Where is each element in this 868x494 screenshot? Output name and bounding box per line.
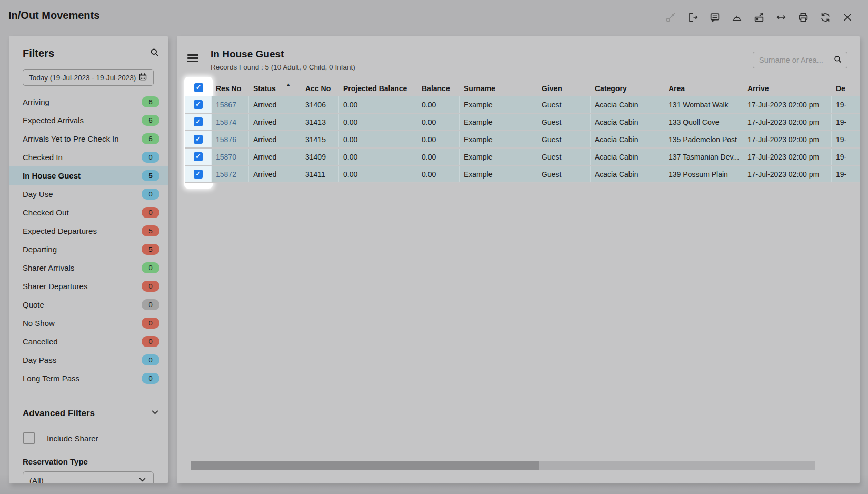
filter-count-badge: 0 [142,299,159,310]
filter-count-badge: 5 [142,225,159,236]
filter-item-checked-in[interactable]: Checked In0 [9,148,168,166]
cell-acc_no: 31411 [301,166,339,182]
print-icon[interactable] [797,11,809,23]
cell-res_no[interactable]: 15870 [212,149,249,165]
filter-item-label: Arriving [23,97,49,106]
filter-item-sharer-arrivals[interactable]: Sharer Arrivals0 [9,259,168,277]
cell-balance: 0.00 [417,149,460,165]
chevron-down-icon [138,475,147,483]
col-header-select[interactable]: ✓ [185,79,212,96]
filter-item-arrivals-yet-to-pre-check-in[interactable]: Arrivals Yet to Pre Check In6 [9,130,168,148]
filter-item-label: Checked In [23,153,63,162]
filter-count-badge: 0 [142,373,159,384]
date-range-picker[interactable]: Today (19-Jul-2023 - 19-Jul-2023) [23,69,154,86]
filter-item-quote[interactable]: Quote0 [9,295,168,314]
cell-arrive: 17-Jul-2023 02:00 pm [743,166,832,182]
cash-register-icon[interactable] [753,11,765,23]
cell-area: 133 Quoll Cove [664,114,743,130]
menu-icon[interactable] [187,54,198,62]
cell-acc_no: 31413 [301,114,339,130]
cell-select[interactable]: ✓ [185,149,212,165]
table-row[interactable]: ✓15876Arrived314150.000.00ExampleGuestAc… [185,131,860,149]
advanced-filters-toggle[interactable]: Advanced Filters [23,408,159,419]
advanced-filters-title: Advanced Filters [23,408,95,419]
resize-horizontal-icon[interactable] [775,11,787,23]
cell-category: Acacia Cabin [591,166,664,182]
reservation-type-label: Reservation Type [23,457,88,466]
col-header-category[interactable]: Category [591,79,664,96]
table-search-input[interactable] [758,55,833,65]
scrollbar-thumb[interactable] [191,461,539,470]
refresh-icon[interactable] [819,11,831,23]
col-header-depart[interactable]: De [832,79,860,96]
filter-item-departing[interactable]: Departing5 [9,240,168,259]
table-search-box [753,52,847,68]
col-header-status[interactable]: Status▲ [249,79,301,96]
chevron-down-icon [151,408,159,419]
filter-item-expected-arrivals[interactable]: Expected Arrivals6 [9,111,168,130]
cell-select[interactable]: ✓ [185,96,212,113]
cell-res_no[interactable]: 15874 [212,114,249,130]
filter-item-expected-departures[interactable]: Expected Departures5 [9,222,168,240]
filters-panel: Filters Today (19-Jul-2023 - 19-Jul-2023… [9,36,168,483]
col-header-projected_balance[interactable]: Projected Balance [339,79,417,96]
cell-select[interactable]: ✓ [185,166,212,182]
col-header-area[interactable]: Area [664,79,743,96]
row-checkbox[interactable]: ✓ [194,170,203,179]
include-sharer-label: Include Sharer [47,434,98,443]
table-row[interactable]: ✓15870Arrived314090.000.00ExampleGuestAc… [185,149,860,166]
cell-depart: 19- [832,131,860,147]
logout-icon[interactable] [686,11,699,23]
col-header-label: Category [595,84,627,93]
cell-res_no[interactable]: 15872 [212,166,249,182]
row-checkbox[interactable]: ✓ [194,117,203,126]
cell-select[interactable]: ✓ [185,131,212,147]
filter-item-checked-out[interactable]: Checked Out0 [9,203,168,222]
row-checkbox[interactable]: ✓ [194,135,203,144]
close-icon[interactable] [841,11,853,23]
cell-given: Guest [537,114,591,130]
cell-depart: 19- [832,114,860,130]
filter-item-day-use[interactable]: Day Use0 [9,185,168,203]
search-icon[interactable] [833,55,842,66]
cell-res_no[interactable]: 15876 [212,131,249,147]
reservation-type-select[interactable]: (All) [23,471,154,483]
filter-item-day-pass[interactable]: Day Pass0 [9,351,168,369]
col-header-label: Arrive [747,84,769,93]
include-sharer-checkbox[interactable] [23,432,35,444]
comment-icon[interactable] [709,11,721,23]
table-header-row: ✓Res NoStatus▲Acc NoProjected BalanceBal… [185,79,860,96]
row-checkbox[interactable]: ✓ [194,152,203,161]
filter-item-no-show[interactable]: No Show0 [9,314,168,332]
table-row[interactable]: ✓15872Arrived314110.000.00ExampleGuestAc… [185,166,860,183]
cell-select[interactable]: ✓ [185,114,212,130]
col-header-arrive[interactable]: Arrive [743,79,832,96]
filter-item-arriving[interactable]: Arriving6 [9,93,168,111]
records-summary: Records Found : 5 (10 Adult, 0 Child, 0 … [211,63,355,71]
table-row[interactable]: ✓15874Arrived314130.000.00ExampleGuestAc… [185,114,860,131]
col-header-given[interactable]: Given [537,79,591,96]
col-header-balance[interactable]: Balance [417,79,460,96]
key-icon[interactable] [664,11,676,23]
table-row[interactable]: ✓15867Arrived314060.000.00ExampleGuestAc… [185,96,860,114]
filter-item-in-house-guest[interactable]: In House Guest5 [9,166,168,185]
row-checkbox[interactable]: ✓ [194,100,203,109]
cell-acc_no: 31406 [301,96,339,113]
filter-count-badge: 0 [142,207,159,218]
service-bell-icon[interactable] [731,11,743,23]
search-icon[interactable] [149,47,159,60]
filter-item-sharer-departures[interactable]: Sharer Departures0 [9,277,168,295]
col-header-acc_no[interactable]: Acc No [301,79,339,96]
col-header-res_no[interactable]: Res No [212,79,249,96]
filters-title: Filters [23,47,54,60]
filter-item-long-term-pass[interactable]: Long Term Pass0 [9,369,168,388]
cell-arrive: 17-Jul-2023 02:00 pm [743,131,832,147]
horizontal-scrollbar[interactable] [191,461,815,470]
select-all-checkbox[interactable]: ✓ [194,83,203,92]
filter-count-badge: 0 [142,318,159,329]
filter-item-cancelled[interactable]: Cancelled0 [9,332,168,351]
cell-res_no[interactable]: 15867 [212,96,249,113]
cell-acc_no: 31415 [301,131,339,147]
include-sharer-option[interactable]: Include Sharer [23,432,98,444]
col-header-surname[interactable]: Surname [460,79,537,96]
